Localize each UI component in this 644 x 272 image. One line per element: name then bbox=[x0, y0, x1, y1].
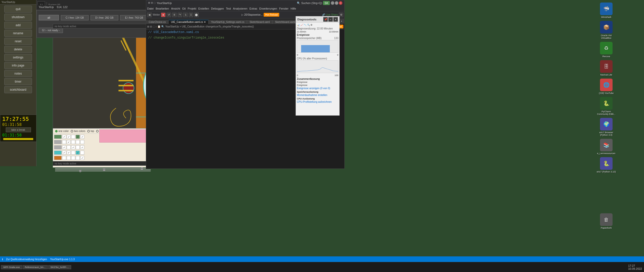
swatch-1[interactable] bbox=[54, 135, 62, 139]
all-drives-button[interactable]: all bbox=[39, 15, 59, 20]
menu-ansicht[interactable]: Ansicht bbox=[171, 7, 180, 10]
profile-link[interactable]: CPU-Profilstellung aufzeichnen bbox=[297, 100, 338, 103]
radio-bottom[interactable] bbox=[96, 130, 99, 132]
taskbar-skgtec[interactable]: SKGTec_NARF-... bbox=[48, 265, 71, 269]
check-2-5[interactable] bbox=[80, 140, 84, 144]
reset-button[interactable]: reset bbox=[4, 38, 32, 45]
check-1-5[interactable]: ✓ bbox=[80, 135, 84, 139]
diag-close[interactable]: × bbox=[333, 17, 338, 22]
swatch-2[interactable] bbox=[54, 140, 62, 144]
swatch-5[interactable] bbox=[54, 156, 62, 160]
check-4-3[interactable] bbox=[71, 151, 75, 155]
tab-ue-cascade[interactable]: UIE_CascadeButton.xaml.cs ✕ bbox=[169, 20, 209, 24]
diag-min[interactable]: − bbox=[328, 17, 333, 22]
check-3-3[interactable]: ✓ bbox=[71, 145, 75, 149]
check-5-3[interactable] bbox=[71, 156, 75, 160]
recuva-icon[interactable]: ♻ Recuva bbox=[596, 42, 616, 58]
check-4-1[interactable]: ✓ bbox=[62, 151, 66, 155]
menu-projekt[interactable]: Projekt bbox=[188, 7, 196, 10]
ide-pause[interactable]: ⏸ bbox=[172, 13, 177, 17]
menu-git[interactable]: Git bbox=[182, 7, 186, 10]
ide-back[interactable]: ◀ bbox=[147, 13, 152, 17]
menu-test[interactable]: Test bbox=[226, 7, 231, 10]
ide-step-over[interactable]: ↷ bbox=[178, 13, 182, 17]
ide-breakpoints[interactable]: ⬤ bbox=[194, 13, 199, 17]
navicat-icon[interactable]: 🗄 Navicat Lite bbox=[596, 60, 616, 76]
radio-top[interactable] bbox=[87, 130, 90, 132]
add-button[interactable]: add bbox=[4, 22, 32, 29]
menu-datei[interactable]: Datei bbox=[147, 7, 154, 10]
slider-thumb-3[interactable] bbox=[79, 170, 82, 172]
taskbar-referenzraum[interactable]: Referenzraum_NA... bbox=[23, 265, 48, 269]
ide-minimize[interactable]: − bbox=[331, 1, 334, 5]
eric7-browser-icon[interactable]: 🌍 eric7 Browser (Python 3.9) bbox=[596, 118, 616, 136]
check-2-1[interactable] bbox=[62, 140, 66, 144]
option-top[interactable]: top bbox=[87, 130, 94, 132]
ide-hot-reload-badge[interactable]: Hot Reload bbox=[264, 13, 279, 17]
taskbar-wpf-snake[interactable]: WPF-Snake.exe bbox=[1, 265, 22, 269]
check-2-4[interactable] bbox=[76, 140, 80, 144]
option-two-colors[interactable]: two colors bbox=[71, 130, 85, 132]
ide-step-out[interactable]: ↥ bbox=[189, 13, 193, 17]
shutdown-button[interactable]: shutdown bbox=[4, 14, 32, 21]
settings-button[interactable]: settings bbox=[4, 54, 32, 61]
tab-colorchoice[interactable]: ColorChoice.cs bbox=[146, 20, 169, 24]
delete-button[interactable]: delete bbox=[4, 46, 32, 53]
events-show[interactable]: Ereignisse anzeigen (0 von 0) bbox=[297, 87, 338, 90]
wireshark-icon[interactable]: 🦈 Wireshark bbox=[596, 3, 616, 18]
info-page-button[interactable]: info page bbox=[4, 62, 32, 69]
menu-debuggen[interactable]: Debuggen bbox=[211, 7, 224, 10]
check-1-3[interactable] bbox=[71, 135, 75, 139]
diag-ereignisse-tab[interactable]: Ereignisse bbox=[297, 33, 338, 36]
virtualbox-icon[interactable]: 📦 Oracle VM VirtualBox bbox=[596, 21, 616, 39]
notes-button[interactable]: notes bbox=[4, 70, 32, 77]
menu-analysieren[interactable]: Analysieren bbox=[233, 7, 247, 10]
check-3-5[interactable]: ✓ bbox=[80, 145, 84, 149]
ide-restart[interactable]: ↺ bbox=[167, 13, 171, 17]
check-1-4[interactable]: ✓ bbox=[76, 135, 80, 139]
check-3-1[interactable]: ✓ bbox=[62, 145, 66, 149]
check-1-1[interactable]: ✓ bbox=[62, 135, 66, 139]
swatch-4[interactable] bbox=[54, 151, 62, 155]
check-4-5[interactable] bbox=[80, 151, 84, 155]
ide-close[interactable]: × bbox=[339, 1, 342, 5]
rename-button[interactable]: rename bbox=[4, 30, 32, 37]
swatch-3[interactable] bbox=[54, 145, 62, 149]
check-5-1[interactable] bbox=[62, 156, 66, 160]
check-5-4[interactable] bbox=[76, 156, 80, 160]
quit-button[interactable]: quit bbox=[4, 6, 32, 13]
check-2-3[interactable] bbox=[71, 140, 75, 144]
menu-extras[interactable]: Extras bbox=[250, 7, 257, 10]
eric7-310-icon[interactable]: 🐍 eric7 (Python 3.10) bbox=[596, 157, 616, 173]
radio-two-colors[interactable] bbox=[71, 130, 73, 132]
tab-add[interactable]: + bbox=[339, 19, 344, 23]
ide-maximize[interactable]: □ bbox=[335, 1, 338, 5]
tab-sketchboard-xaml[interactable]: Sketchboard.xaml bbox=[247, 20, 272, 24]
option-one-color[interactable]: one color bbox=[55, 130, 69, 132]
tab-yourstartup-settings[interactable]: YourStartUp_Settings.xaml.cs bbox=[209, 20, 247, 24]
check-2-2[interactable]: ✓ bbox=[67, 140, 71, 144]
check-4-4[interactable]: ✓ bbox=[76, 151, 80, 155]
menu-erweiterungen[interactable]: Erweiterungen bbox=[259, 7, 277, 10]
menu-bearbeiten[interactable]: Bearbeiten bbox=[156, 7, 169, 10]
scetchboard-button[interactable]: scetchboard bbox=[4, 86, 32, 93]
menu-fenster[interactable]: Fenster bbox=[279, 7, 289, 10]
check-5-2[interactable] bbox=[67, 156, 71, 160]
check-5-5[interactable]: ✓ bbox=[80, 156, 84, 160]
ide-stop[interactable]: ■ bbox=[161, 13, 166, 17]
radio-one-color[interactable] bbox=[55, 130, 58, 132]
lernressourcen-icon[interactable]: 📚 e_Lernressourcen bbox=[596, 139, 616, 155]
diag-pin[interactable]: 📌 bbox=[323, 17, 328, 22]
chrome-icon[interactable]: 🌐 (228) YouTube bbox=[596, 79, 616, 94]
break-button[interactable]: take a break bbox=[6, 127, 31, 132]
ide-step-in[interactable]: ↴ bbox=[183, 13, 188, 17]
menu-hilfe[interactable]: Hilfe bbox=[291, 7, 296, 10]
check-3-2[interactable] bbox=[67, 145, 71, 149]
snapshot-link[interactable]: Momentaufnahme erstellen bbox=[297, 94, 338, 96]
pycharm-icon[interactable]: 🐍 PyCharm Community Editi... bbox=[596, 97, 616, 115]
menu-erstellen[interactable]: Erstellen bbox=[198, 7, 209, 10]
check-3-4[interactable] bbox=[76, 145, 80, 149]
diag-zusammenfassung[interactable]: Zusammenfassung bbox=[297, 78, 338, 80]
check-4-2[interactable]: ✓ bbox=[67, 151, 71, 155]
check-1-2[interactable]: ✓ bbox=[67, 135, 71, 139]
